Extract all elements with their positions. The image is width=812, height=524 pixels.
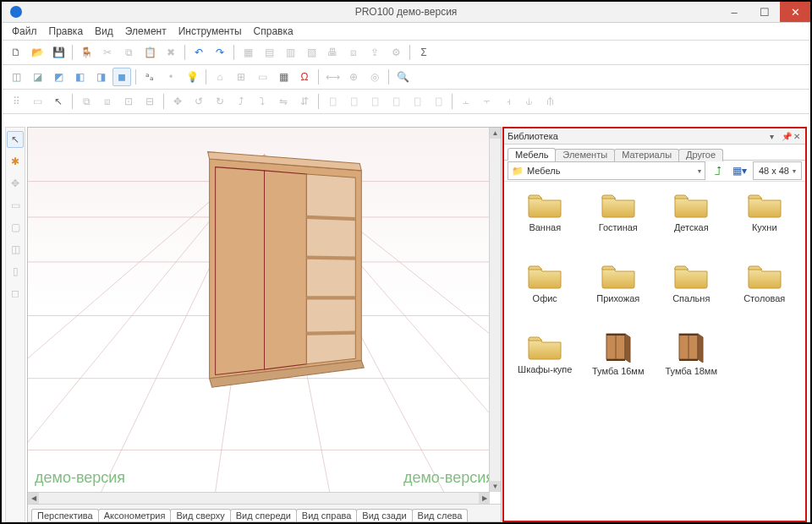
view-mode-icon[interactable]: ▦▾ (731, 161, 749, 180)
hide-icon[interactable]: ⊟ (140, 92, 159, 111)
dropdown-icon[interactable]: ▾ (770, 132, 778, 141)
dist1-icon[interactable]: ⫠ (457, 92, 475, 111)
library-item[interactable]: Тумба 16мм (583, 332, 655, 400)
dist5-icon[interactable]: ⫛ (541, 92, 560, 111)
sel1-icon[interactable]: ▭ (7, 197, 24, 214)
delete-icon[interactable]: ✖ (162, 43, 180, 62)
minimize-button[interactable]: – (719, 2, 749, 22)
price-icon[interactable]: ⧇ (344, 43, 363, 62)
hidden-icon[interactable]: ◪ (28, 68, 47, 86)
scroll-up-icon[interactable]: ▲ (490, 128, 501, 139)
tab-furniture[interactable]: Мебель (508, 148, 556, 161)
shade2-icon[interactable]: ◧ (70, 68, 89, 86)
tab-materials[interactable]: Материалы (614, 149, 679, 161)
pan-icon[interactable]: ✥ (7, 175, 24, 192)
library-item[interactable]: Прихожая (583, 261, 655, 329)
cutlist-icon[interactable]: ▤ (260, 43, 278, 62)
tab-left[interactable]: Вид слева (412, 509, 469, 521)
grid3-icon[interactable]: ⠿ (7, 92, 25, 111)
shade1-icon[interactable]: ◩ (49, 68, 68, 86)
menu-edit[interactable]: Правка (44, 24, 89, 39)
settings-icon[interactable]: ⚙ (387, 43, 405, 62)
library-item[interactable]: Гостиная (583, 190, 655, 258)
thumb-size-select[interactable]: 48 x 48 ▾ (753, 161, 802, 180)
open-icon[interactable]: 📂 (28, 43, 47, 62)
lock-icon[interactable]: ⊡ (119, 92, 138, 111)
furniture-icon[interactable]: 🪑 (77, 43, 96, 62)
library-item[interactable]: Столовая (729, 261, 801, 329)
redo-icon[interactable]: ↷ (211, 43, 229, 62)
horizontal-scrollbar[interactable]: ◀ ▶ (28, 492, 490, 504)
pin-icon[interactable]: 📌 (782, 132, 790, 141)
grid-icon[interactable]: ▦ (274, 68, 293, 86)
select-icon[interactable]: ▭ (28, 92, 47, 111)
tab-right[interactable]: Вид справа (296, 509, 358, 521)
ungroup-icon[interactable]: ⧇ (98, 92, 117, 111)
rot-up-icon[interactable]: ⤴ (232, 92, 250, 111)
tab-front[interactable]: Вид спереди (230, 509, 297, 521)
floor-icon[interactable]: ▭ (253, 68, 272, 86)
tab-top[interactable]: Вид сверху (170, 509, 230, 521)
tab-elements[interactable]: Элементы (555, 149, 615, 161)
zoom-icon[interactable]: 🔍 (393, 68, 412, 86)
library-item[interactable]: Спальня (656, 261, 727, 329)
new-icon[interactable]: 🗋 (7, 43, 25, 62)
library-item[interactable]: Детская (656, 190, 727, 258)
align3-icon[interactable]: ⎕ (365, 92, 384, 111)
scroll-left-icon[interactable]: ◀ (28, 493, 39, 504)
library-item[interactable]: Ванная (509, 190, 581, 258)
center-icon[interactable]: ◎ (365, 68, 384, 86)
scroll-down-icon[interactable]: ▼ (490, 481, 501, 492)
sum-icon[interactable]: Σ (414, 43, 433, 62)
flip-h-icon[interactable]: ⇋ (274, 92, 293, 111)
bom-icon[interactable]: ▧ (302, 43, 321, 62)
align5-icon[interactable]: ⎕ (408, 92, 426, 111)
save-icon[interactable]: 💾 (49, 43, 68, 62)
tab-axon[interactable]: Аксонометрия (98, 509, 172, 521)
library-item[interactable]: Кухни (729, 190, 801, 258)
dot-icon[interactable]: • (162, 68, 180, 86)
library-path[interactable]: 📁 Мебель ▾ (508, 161, 705, 180)
up-folder-icon[interactable]: ⮥ (709, 161, 727, 180)
dist4-icon[interactable]: ⫝ (520, 92, 539, 111)
menu-tools[interactable]: Инструменты (173, 24, 247, 39)
pointer-icon[interactable]: ↖ (49, 92, 68, 111)
shade3-icon[interactable]: ◨ (91, 68, 110, 86)
sel4-icon[interactable]: ▯ (7, 263, 24, 280)
realistic-icon[interactable]: ◼ (112, 68, 131, 86)
dim-icon[interactable]: ⟷ (323, 68, 342, 86)
wire-icon[interactable]: ◫ (7, 68, 25, 86)
library-item[interactable]: Шкафы-купе (509, 332, 581, 400)
align6-icon[interactable]: ⎕ (429, 92, 447, 111)
sel3-icon[interactable]: ◫ (7, 241, 24, 258)
light-icon[interactable]: 💡 (183, 68, 201, 86)
rot-dn-icon[interactable]: ⤵ (253, 92, 272, 111)
sel5-icon[interactable]: ◻ (7, 285, 24, 302)
snap-icon[interactable]: Ω (295, 68, 314, 86)
orbit-icon[interactable]: ✱ (7, 153, 24, 170)
rot-r-icon[interactable]: ↻ (211, 92, 229, 111)
cursor-icon[interactable]: ↖ (7, 131, 24, 148)
cut-icon[interactable]: ✂ (98, 43, 117, 62)
labels-icon[interactable]: ᵃₐ (140, 68, 159, 86)
viewport[interactable]: демо-версия демо-версия ▲ ▼ ◀ ▶ Перспект… (27, 127, 502, 522)
panel-close-icon[interactable]: ✕ (793, 132, 802, 141)
menu-help[interactable]: Справка (249, 24, 299, 39)
report-icon[interactable]: ▦ (239, 43, 257, 62)
wall-icon[interactable]: ⊞ (232, 68, 250, 86)
tab-back[interactable]: Вид сзади (356, 509, 412, 521)
scroll-right-icon[interactable]: ▶ (479, 493, 490, 504)
flip-v-icon[interactable]: ⇵ (295, 92, 314, 111)
dist3-icon[interactable]: ⫞ (499, 92, 518, 111)
print-icon[interactable]: 🖶 (323, 43, 342, 62)
chevron-down-icon[interactable]: ▾ (698, 167, 701, 175)
group-icon[interactable]: ⧉ (77, 92, 96, 111)
move-icon[interactable]: ✥ (168, 92, 187, 111)
export-icon[interactable]: ⇪ (365, 43, 384, 62)
align1-icon[interactable]: ⎕ (323, 92, 342, 111)
sel2-icon[interactable]: ▢ (7, 219, 24, 236)
menu-file[interactable]: Файл (7, 24, 42, 39)
close-button[interactable]: ✕ (780, 2, 810, 22)
copy-icon[interactable]: ⧉ (119, 43, 138, 62)
menu-element[interactable]: Элемент (120, 24, 172, 39)
